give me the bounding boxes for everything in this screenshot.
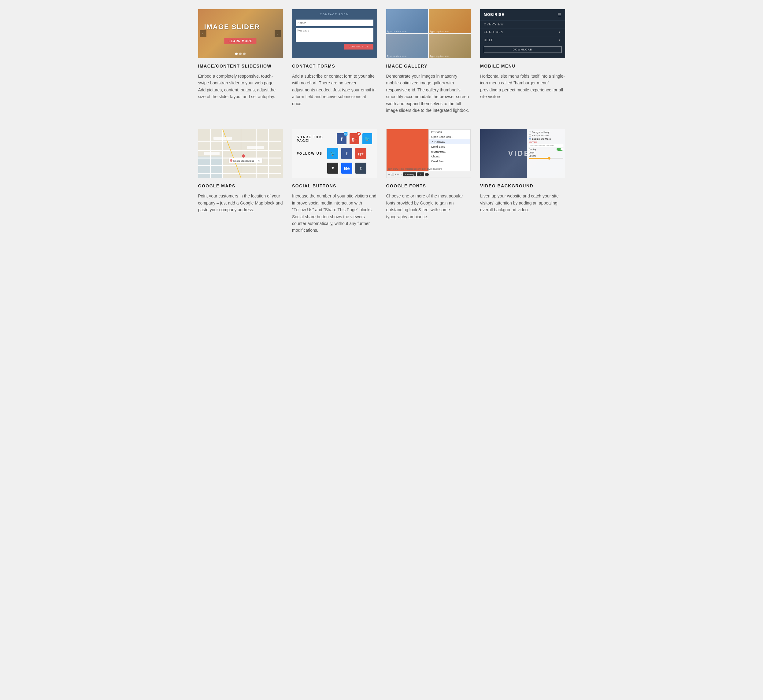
fonts-preview: PT Sans Open Sans Con... ✓ Raleway Droid… — [386, 129, 471, 178]
follow-tumblr-button[interactable]: t — [356, 162, 367, 173]
font-item-droidsans[interactable]: Droid Sans — [429, 144, 470, 149]
card-title-slider: IMAGE/CONTENT SLIDESHOW — [198, 64, 283, 69]
row-2: Empire State Building ✕ GOOGLE MAPS Poin… — [198, 129, 565, 234]
share-googleplus-button[interactable]: g+ 47 — [349, 133, 359, 144]
mm-brand: MOBIRISE — [484, 12, 504, 17]
font-item-raleway[interactable]: ✓ Raleway — [429, 139, 470, 144]
slider-bg: IMAGE SLIDER LEARN MORE ‹ › — [198, 9, 283, 58]
card-title-mobilemenu: MOBILE MENU — [480, 64, 565, 69]
toolbar-icon-3[interactable]: ≡ — [395, 173, 396, 176]
toolbar-icon-2[interactable]: ⬜ — [391, 173, 394, 176]
mm-download-button[interactable]: DOWNLOAD — [484, 46, 561, 53]
overlay-toggle[interactable] — [556, 148, 563, 151]
card-desc-fonts: Choose one or more of the most popular f… — [386, 192, 471, 220]
row-1: IMAGE SLIDER LEARN MORE ‹ › IMAGE/CONTEN… — [198, 9, 565, 114]
follow-facebook-button[interactable]: f — [341, 148, 352, 159]
contact-submit-button[interactable]: CONTACT US — [344, 44, 373, 50]
overlay-label: Overlay — [529, 148, 556, 150]
video-panel: Background Image Background Color Backgr… — [527, 129, 565, 178]
card-desc-video: Liven up your website and catch your sit… — [480, 192, 565, 213]
radio-bg-color[interactable] — [529, 134, 531, 137]
video-bg: VIDEO Background Image Background Color … — [480, 129, 565, 178]
opacity-slider[interactable] — [529, 158, 563, 159]
card-image-slider: IMAGE SLIDER LEARN MORE ‹ › IMAGE/CONTEN… — [198, 9, 283, 114]
map-bg: Empire State Building ✕ — [198, 129, 283, 178]
video-url-input[interactable] — [529, 144, 563, 147]
slider-dot-1[interactable] — [235, 53, 238, 55]
opacity-slider-fill — [529, 158, 550, 159]
font-item-ptsans[interactable]: PT Sans — [429, 130, 470, 134]
slider-learn-more-button[interactable]: LEARN MORE — [224, 38, 257, 44]
radio-bg-image[interactable] — [529, 131, 531, 133]
opacity-label: Opacity — [529, 155, 563, 157]
gallery-caption-4: Type caption here — [430, 55, 449, 57]
mobile-menu-preview: MOBIRISE ☰ OVERVIEW FEATURES ▼ HELP ▼ DO… — [480, 9, 565, 58]
gallery-grid: Type caption here Type caption here Type… — [386, 9, 471, 58]
card-desc-mobilemenu: Horizontal site menu folds itself into a… — [480, 73, 565, 100]
facebook-count: 192 — [344, 132, 348, 136]
gallery-cell-4: Type caption here — [429, 34, 471, 58]
mm-item-overview[interactable]: OVERVIEW — [480, 20, 565, 28]
slider-dot-2[interactable] — [239, 53, 241, 55]
follow-github-button[interactable]: ✦ — [327, 162, 338, 173]
svg-text:Empire State Building: Empire State Building — [233, 160, 254, 162]
follow-googleplus-icon: g+ — [358, 151, 363, 156]
fonts-bg: PT Sans Open Sans Con... ✓ Raleway Droid… — [386, 129, 471, 178]
toolbar-icon-1[interactable]: ↔ — [388, 173, 390, 176]
follow-googleplus-button[interactable]: g+ — [356, 148, 367, 159]
contact-name-input[interactable] — [296, 20, 373, 26]
video-option-bg-video-label: Background Video — [532, 138, 551, 140]
card-desc-slider: Embed a completely responsive, touch-swi… — [198, 73, 283, 100]
follow-row: FOLLOW US 🐦 f g+ — [297, 148, 373, 159]
card-title-maps: GOOGLE MAPS — [198, 183, 283, 188]
youtube-label: YouTube — [529, 141, 537, 143]
extra-social-row: ✦ Bē t — [297, 162, 373, 173]
slider-next-button[interactable]: › — [275, 30, 281, 37]
share-twitter-button[interactable]: 🐦 — [362, 133, 372, 144]
font-item-montserrat[interactable]: Montserrat — [429, 149, 470, 154]
video-color-row: Color — [529, 152, 563, 154]
follow-behance-button[interactable]: Bē — [341, 162, 352, 173]
slider-heading: IMAGE SLIDER — [204, 23, 260, 31]
slider-dots — [235, 53, 246, 55]
color-label: Color — [529, 152, 563, 154]
slider-prev-button[interactable]: ‹ — [200, 30, 207, 37]
contact-form-preview: CONTACT FORM CONTACT US — [292, 9, 377, 58]
font-item-droidserif[interactable]: Droid Serif — [429, 159, 470, 164]
toolbar-icon-5[interactable]: ⋯ — [400, 173, 402, 176]
video-option-bg-image-label: Background Image — [532, 131, 550, 133]
share-row: SHARE THIS PAGE! f 192 g+ 47 🐦 — [297, 133, 373, 144]
video-overlay-row: Overlay — [529, 148, 563, 151]
video-option-bg-image[interactable]: Background Image — [529, 131, 563, 133]
mm-item-features[interactable]: FEATURES ▼ — [480, 28, 565, 36]
video-option-bg-color[interactable]: Background Color — [529, 134, 563, 137]
card-desc-maps: Point your customers in the location of … — [198, 192, 283, 213]
mm-features-arrow-icon: ▼ — [558, 31, 561, 34]
gallery-caption-1: Type caption here — [387, 30, 407, 33]
follow-facebook-icon: f — [346, 151, 348, 156]
video-option-bg-video[interactable]: Background Video — [529, 138, 563, 140]
card-title-video: VIDEO BACKGROUND — [480, 183, 565, 188]
card-desc-gallery: Demonstrate your images in masonry mobil… — [386, 73, 471, 114]
card-mobile-menu: MOBIRISE ☰ OVERVIEW FEATURES ▼ HELP ▼ DO… — [480, 9, 565, 114]
card-contact-forms: CONTACT FORM CONTACT US CONTACT FORMS Ad… — [292, 9, 377, 114]
github-icon: ✦ — [331, 166, 335, 171]
share-facebook-button[interactable]: f 192 — [337, 133, 346, 144]
follow-twitter-button[interactable]: 🐦 — [327, 148, 338, 159]
radio-bg-video[interactable] — [529, 138, 531, 140]
font-item-opensans[interactable]: Open Sans Con... — [429, 134, 470, 139]
toolbar-icon-4[interactable]: ≡ — [397, 173, 399, 176]
mm-item-help[interactable]: HELP ▼ — [480, 36, 565, 44]
slider-dot-3[interactable] — [243, 53, 246, 55]
opacity-slider-thumb[interactable] — [548, 157, 550, 159]
toolbar-color-dot[interactable] — [425, 173, 429, 177]
contact-message-input[interactable] — [296, 28, 373, 42]
slider-preview: IMAGE SLIDER LEARN MORE ‹ › — [198, 9, 283, 58]
card-desc-social: Increase the number of your site visitor… — [292, 192, 377, 234]
gallery-cell-1: Type caption here — [386, 9, 428, 33]
font-item-ubuntu[interactable]: Ubuntu — [429, 154, 470, 159]
mm-hamburger-icon[interactable]: ☰ — [558, 12, 561, 17]
card-desc-contact: Add a subscribe or contact form to your … — [292, 73, 377, 107]
follow-twitter-icon: 🐦 — [330, 151, 336, 156]
gallery-cell-3: Type caption here — [386, 34, 428, 58]
